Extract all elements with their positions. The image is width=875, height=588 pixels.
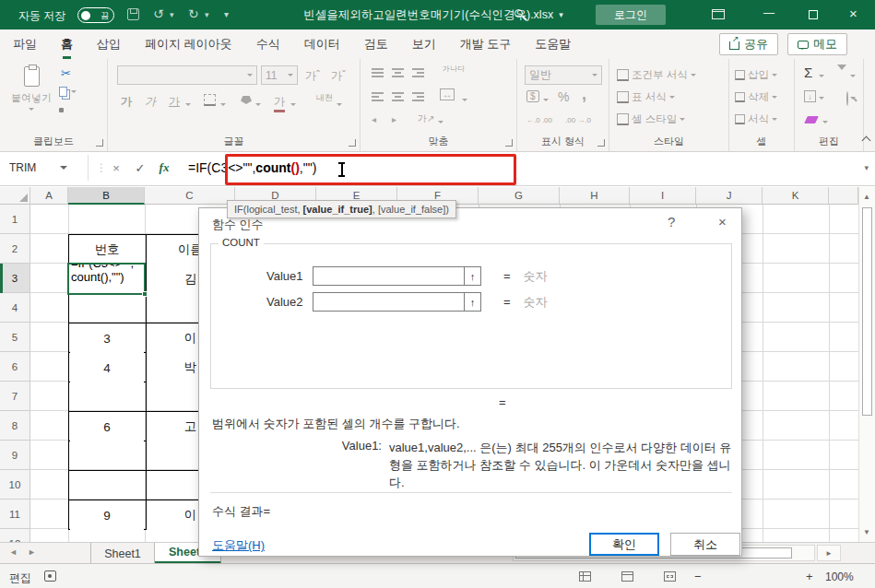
tab-insert[interactable]: 삽입 <box>97 36 121 53</box>
clear-icon[interactable] <box>804 116 819 123</box>
column-header-a[interactable]: A <box>30 187 68 205</box>
zoom-level[interactable]: 100% <box>825 570 854 583</box>
cell-b6[interactable]: 4 <box>70 353 144 382</box>
merge-center-icon[interactable]: ↔ <box>440 88 455 100</box>
share-button[interactable]: 공유 <box>719 33 778 55</box>
row-header-1[interactable]: 1 <box>0 205 30 234</box>
fill-color-dropdown-icon[interactable] <box>255 103 261 109</box>
ribbon-display-options-icon[interactable] <box>712 9 725 19</box>
zoom-out-icon[interactable]: − <box>694 570 702 583</box>
column-header-b[interactable]: B <box>68 187 145 205</box>
delete-cells-button[interactable]: 삭제 <box>735 90 777 104</box>
tab-home[interactable]: 홈 <box>61 36 73 53</box>
autosum-dropdown-icon[interactable] <box>819 75 824 80</box>
autosave-toggle[interactable]: 끔 <box>77 7 114 23</box>
value1-input[interactable]: ↑ <box>313 266 481 286</box>
tab-page-layout[interactable]: 페이지 레이아웃 <box>145 36 232 53</box>
align-bottom-icon[interactable] <box>412 68 424 77</box>
increase-decimal-button[interactable]: ←.0 .00 <box>526 116 552 124</box>
cancel-button[interactable]: 취소 <box>670 533 740 556</box>
formula-input[interactable]: =IF(C3<>"",count(),"") <box>177 155 853 181</box>
row-header-4[interactable]: 4 <box>0 293 30 323</box>
accounting-format-icon[interactable]: $ <box>526 90 539 102</box>
underline-button[interactable]: 가 <box>169 94 180 110</box>
sheet-nav-prev-icon[interactable]: ◄ <box>9 547 18 557</box>
row-header-8[interactable]: 8 <box>0 411 30 441</box>
tab-view[interactable]: 보기 <box>412 36 436 53</box>
quick-access-customize-icon[interactable]: ▾ <box>224 9 229 19</box>
scroll-up-icon[interactable]: ▲ <box>863 193 870 201</box>
login-button[interactable]: 로그인 <box>596 5 666 25</box>
conditional-formatting-button[interactable]: 조건부 서식 <box>617 68 696 82</box>
tab-help[interactable]: 도움말 <box>535 36 571 53</box>
phonetic-dropdown-icon[interactable] <box>337 103 342 109</box>
expand-formula-bar-icon[interactable]: ▾ <box>864 163 869 172</box>
undo-dropdown-icon[interactable]: ▾ <box>170 10 174 19</box>
font-size-select[interactable]: 11 <box>261 65 298 85</box>
number-format-select[interactable]: 일반 <box>525 65 602 85</box>
minimize-button[interactable]: — <box>763 6 774 19</box>
row-header-9[interactable]: 9 <box>0 441 30 470</box>
tab-file[interactable]: 파일 <box>13 36 37 53</box>
row-header-10[interactable]: 10 <box>0 470 30 500</box>
column-header-g[interactable]: G <box>479 187 560 205</box>
cut-button[interactable]: ✂ <box>61 66 71 80</box>
insert-function-icon[interactable]: fx <box>153 155 175 181</box>
comments-button[interactable]: 메모 <box>787 33 847 55</box>
row-header-3[interactable]: 3 <box>0 264 30 293</box>
page-break-view-icon[interactable] <box>664 571 676 582</box>
paste-button[interactable]: 붙여넣기 <box>11 66 52 113</box>
align-center-icon[interactable] <box>392 92 404 101</box>
page-layout-view-icon[interactable] <box>621 571 633 582</box>
borders-icon[interactable] <box>204 94 216 106</box>
undo-icon[interactable]: ↺ <box>153 6 164 21</box>
cancel-entry-icon[interactable]: × <box>105 155 127 181</box>
increase-indent-icon[interactable]: ▸ <box>392 114 396 124</box>
fill-handle[interactable] <box>142 291 148 297</box>
clear-dropdown-icon[interactable] <box>822 121 828 126</box>
save-icon[interactable] <box>127 8 139 20</box>
sort-filter-dropdown-icon[interactable] <box>850 75 856 80</box>
row-header-6[interactable]: 6 <box>0 352 30 382</box>
macro-record-icon[interactable] <box>44 570 56 582</box>
cell-b5[interactable]: 3 <box>70 323 144 353</box>
align-middle-icon[interactable] <box>392 68 404 77</box>
cell-b8[interactable]: 6 <box>70 412 144 441</box>
tab-data[interactable]: 데이터 <box>304 36 340 53</box>
vertical-scrollbar[interactable]: ▲ ▼ <box>858 187 875 542</box>
font-dialog-launcher-icon[interactable] <box>349 139 356 147</box>
value2-input[interactable]: ↑ <box>313 292 481 312</box>
name-box-dropdown-icon[interactable] <box>60 166 67 173</box>
column-header-j[interactable]: J <box>696 187 763 205</box>
merge-dropdown-icon[interactable] <box>462 99 467 104</box>
bold-button[interactable]: 가 <box>121 94 132 110</box>
maximize-button[interactable] <box>809 10 818 19</box>
dialog-close-icon[interactable]: × <box>718 214 727 229</box>
fill-dropdown-icon[interactable] <box>819 97 824 102</box>
tab-developer[interactable]: 개발 도구 <box>460 36 512 53</box>
percent-style-button[interactable]: % <box>558 89 569 104</box>
title-dropdown-icon[interactable]: ▾ <box>559 10 563 19</box>
row-header-7[interactable]: 7 <box>0 382 30 411</box>
decrease-decimal-button[interactable]: .00 →.0 <box>565 116 591 124</box>
sheet-tab-sheet1[interactable]: Sheet1 <box>91 543 155 564</box>
underline-dropdown-icon[interactable] <box>185 103 191 109</box>
align-top-icon[interactable] <box>372 68 384 77</box>
value1-range-selector-icon[interactable]: ↑ <box>464 267 480 285</box>
comma-style-button[interactable]: , <box>582 85 586 104</box>
align-right-icon[interactable] <box>412 92 424 101</box>
font-color-button[interactable]: 가 <box>274 94 285 112</box>
select-all-corner[interactable] <box>0 187 30 205</box>
wrap-text-icon[interactable]: 가나다 <box>442 65 466 73</box>
find-select-icon[interactable] <box>846 91 848 106</box>
row-header-5[interactable]: 5 <box>0 323 30 352</box>
help-link[interactable]: 도움말(H) <box>212 537 265 554</box>
orientation-dropdown-icon[interactable] <box>438 121 443 126</box>
close-button[interactable]: × <box>849 6 857 21</box>
scroll-right-icon[interactable]: ► <box>817 545 841 561</box>
row-header-2[interactable]: 2 <box>0 234 30 264</box>
font-color-dropdown-icon[interactable] <box>290 103 296 109</box>
enter-entry-icon[interactable]: ✓ <box>129 155 151 181</box>
insert-cells-button[interactable]: 삽입 <box>735 68 777 82</box>
column-header-h[interactable]: H <box>560 187 630 205</box>
